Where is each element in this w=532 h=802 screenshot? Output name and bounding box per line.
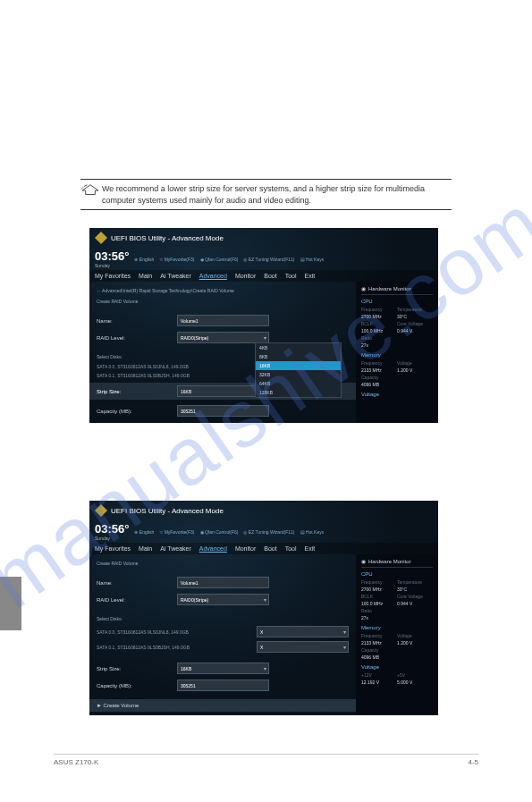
hardware-monitor-panel: ◉Hardware Monitor CPU FrequencyTemperatu…	[356, 554, 438, 715]
strip-size-label: Strip Size:	[97, 389, 177, 394]
left-panel: Create RAID Volume Name: Volume1 RAID Le…	[89, 554, 356, 715]
capacity-label: Capacity (MB):	[97, 409, 177, 414]
page-footer: ASUS Z170-K 4-5	[54, 754, 478, 766]
capacity-field[interactable]: 305251	[177, 680, 269, 691]
bios-title: UEFI BIOS Utility - Advanced Mode	[111, 234, 224, 242]
lang-link[interactable]: ⊕ English	[134, 529, 154, 535]
footer-left: ASUS Z170-K	[54, 758, 98, 766]
strip-option[interactable]: 4KB	[256, 343, 341, 352]
clock: 03:56	[95, 522, 124, 536]
name-field[interactable]: Volume1	[177, 315, 269, 326]
strip-option[interactable]: 64KB	[256, 379, 341, 388]
left-panel: ← Advanced\Intel(R) Rapid Storage Techno…	[89, 282, 356, 423]
eztuning-link[interactable]: ◎ EZ Tuning Wizard(F11)	[243, 257, 294, 262]
strip-option[interactable]: 8KB	[256, 352, 341, 361]
tab-aitweaker[interactable]: Ai Tweaker	[160, 545, 191, 552]
gauge-icon: ◉	[361, 285, 366, 291]
menu-bar: My Favorites Main Ai Tweaker Advanced Mo…	[89, 543, 438, 554]
eztuning-link[interactable]: ◎ EZ Tuning Wizard(F11)	[243, 529, 294, 535]
qfan-link[interactable]: ◉ Qfan Control(F6)	[200, 257, 239, 262]
myfavorite-link[interactable]: ☆ MyFavorite(F3)	[159, 529, 194, 535]
page-tab	[0, 577, 21, 630]
menu-bar: My Favorites Main Ai Tweaker Advanced Mo…	[89, 270, 438, 282]
top-links: ⊕ English ☆ MyFavorite(F3) ◉ Qfan Contro…	[134, 529, 324, 535]
hotkeys-link[interactable]: ▤ Hot Keys	[300, 257, 325, 262]
disk-row-2: SATA 0.1, ST3160812AS 9LS0BJSH, 149.0GBX	[97, 639, 349, 654]
lang-link[interactable]: ⊕ English	[134, 257, 154, 262]
tab-exit[interactable]: Exit	[304, 545, 315, 552]
hw-voltage-header: Voltage	[361, 661, 433, 671]
hw-cpu-header: CPU	[361, 568, 433, 578]
tab-exit[interactable]: Exit	[304, 273, 315, 279]
asus-logo-icon	[95, 504, 107, 517]
raid-label: RAID Level:	[97, 597, 177, 603]
name-field[interactable]: Volume1	[177, 577, 269, 588]
tab-boot[interactable]: Boot	[264, 273, 276, 279]
tab-monitor[interactable]: Monitor	[235, 273, 256, 279]
strip-option[interactable]: 32KB	[256, 370, 341, 379]
hw-memory-header: Memory	[361, 621, 433, 632]
gauge-icon: ◉	[361, 558, 366, 564]
tab-monitor[interactable]: Monitor	[235, 545, 256, 552]
note-box: We recommend a lower strip size for serv…	[80, 179, 452, 210]
raid-label: RAID Level:	[97, 335, 177, 341]
hotkeys-link[interactable]: ▤ Hot Keys	[300, 529, 325, 535]
hw-memory-header: Memory	[361, 349, 433, 359]
top-links: ⊕ English ☆ MyFavorite(F3) ◉ Qfan Contro…	[134, 257, 324, 262]
select-disks-label: Select Disks:	[97, 613, 349, 624]
disk-2-select[interactable]: X	[257, 641, 349, 653]
strip-size-select[interactable]: 16KB	[177, 663, 269, 674]
section-label: Create RAID Volume	[97, 296, 349, 307]
tab-aitweaker[interactable]: Ai Tweaker	[160, 273, 191, 279]
capacity-field[interactable]: 305251	[177, 405, 269, 417]
section-label: Create RAID Volume	[97, 558, 349, 569]
strip-option-selected[interactable]: 16KB	[256, 361, 341, 370]
tab-main[interactable]: Main	[139, 273, 152, 279]
disk-row-1: SATA 0.0, ST3160812AS 9LS0JNL8, 149.0GBX	[97, 624, 349, 639]
myfavorite-link[interactable]: ☆ MyFavorite(F3)	[159, 257, 194, 262]
disk-1-select[interactable]: X	[257, 626, 349, 637]
asus-logo-icon	[95, 232, 107, 244]
tab-myfavorites[interactable]: My Favorites	[95, 273, 131, 279]
bios-screenshot-1: UEFI BIOS Utility - Advanced Mode 03:56°…	[89, 228, 438, 423]
hardware-monitor-panel: ◉Hardware Monitor CPU FrequencyTemperatu…	[356, 282, 438, 423]
bios-title: UEFI BIOS Utility - Advanced Mode	[111, 507, 224, 515]
tab-tool[interactable]: Tool	[285, 545, 297, 552]
strip-size-label: Strip Size:	[97, 666, 177, 671]
strip-option[interactable]: 128KB	[256, 388, 341, 397]
create-volume-button[interactable]: ► Create Volume	[89, 699, 356, 712]
hw-cpu-header: CPU	[361, 295, 433, 306]
bios-screenshot-2: UEFI BIOS Utility - Advanced Mode 03:56°…	[89, 501, 438, 715]
tab-boot[interactable]: Boot	[264, 545, 276, 552]
name-label: Name:	[97, 318, 177, 324]
name-label: Name:	[97, 580, 177, 586]
breadcrumb[interactable]: ← Advanced\Intel(R) Rapid Storage Techno…	[97, 285, 349, 296]
hw-voltage-header: Voltage	[361, 388, 433, 399]
tab-tool[interactable]: Tool	[285, 273, 297, 279]
tab-advanced[interactable]: Advanced	[199, 545, 227, 552]
clock-day: Sunday	[95, 263, 129, 268]
clock: 03:56	[95, 249, 124, 263]
raid-level-select[interactable]: RAID0(Stripe)	[177, 594, 269, 605]
capacity-label: Capacity (MB):	[97, 683, 177, 688]
strip-size-dropdown[interactable]: 4KB 8KB 16KB 32KB 64KB 128KB	[255, 342, 342, 398]
footer-right: 4-5	[468, 758, 478, 766]
note-text: We recommend a lower strip size for serv…	[102, 183, 452, 206]
tab-myfavorites[interactable]: My Favorites	[95, 545, 131, 552]
tab-advanced[interactable]: Advanced	[199, 273, 227, 279]
note-icon	[80, 183, 102, 206]
tab-main[interactable]: Main	[139, 545, 152, 552]
qfan-link[interactable]: ◉ Qfan Control(F6)	[200, 529, 239, 535]
clock-day: Sunday	[95, 536, 129, 541]
